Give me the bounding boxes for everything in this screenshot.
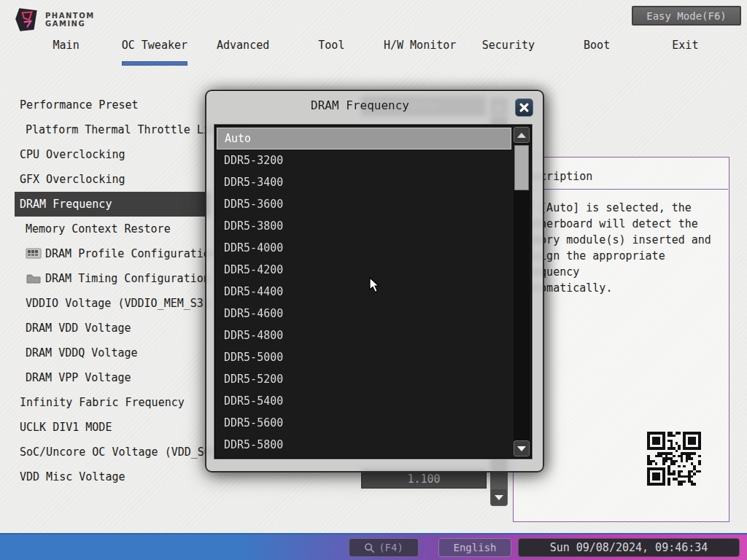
- dropdown-option-ddr5-4200[interactable]: DDR5-4200: [217, 259, 511, 281]
- description-title: Description: [514, 158, 729, 189]
- language-button[interactable]: English: [438, 538, 511, 557]
- tab-exit[interactable]: Exit: [641, 35, 729, 67]
- tab-boot[interactable]: Boot: [553, 35, 641, 67]
- dropdown-option-ddr5-3800[interactable]: DDR5-3800: [217, 215, 511, 237]
- dropdown-option-ddr5-3400[interactable]: DDR5-3400: [217, 171, 511, 193]
- dropdown-option-ddr5-3200[interactable]: DDR5-3200: [217, 149, 511, 171]
- dialog-titlebar: DRAM Frequency: [208, 93, 541, 119]
- tab-h-w-monitor[interactable]: H/W Monitor: [376, 35, 464, 67]
- sidebar-item-label: SoC/Uncore OC Voltage (VDD_SOC): [20, 440, 224, 464]
- footer-bar: (F4) English Sun 09/08/2024, 09:46:34: [0, 533, 747, 560]
- sidebar-item-dram-vpp-voltage[interactable]: DRAM VPP Voltage: [15, 365, 210, 390]
- search-button[interactable]: (F4): [349, 538, 419, 557]
- sidebar-item-label: CPU Overclocking: [20, 142, 125, 167]
- description-line: automatically.: [520, 280, 729, 296]
- sidebar-item-label: DRAM Profile Configuration: [45, 241, 217, 266]
- sidebar-item-label: DRAM Timing Configuration: [45, 266, 210, 291]
- description-line: If [Auto] is selected, the: [520, 200, 729, 216]
- sidebar-item-label: DRAM Frequency: [20, 192, 112, 217]
- dimm-icon: [26, 247, 42, 260]
- sidebar-item-dram-timing-configuration[interactable]: DRAM Timing Configuration: [15, 266, 210, 291]
- dropdown-option-ddr5-4800[interactable]: DDR5-4800: [217, 324, 511, 346]
- dropdown-option-ddr5-5600[interactable]: DDR5-5600: [217, 412, 511, 434]
- description-line: memory module(s) inserted and: [520, 232, 729, 248]
- phantom-gaming-icon: [13, 6, 41, 34]
- logo-line2: GAMING: [45, 20, 95, 28]
- sidebar-item-label: VDDIO Voltage (VDDIO_MEM_S3): [26, 291, 210, 316]
- description-panel: Description If [Auto] is selected, themo…: [513, 157, 729, 522]
- options-container: AutoDDR5-3200DDR5-3400DDR5-3600DDR5-3800…: [217, 128, 511, 456]
- dropdown-option-ddr5-5000[interactable]: DDR5-5000: [217, 346, 511, 368]
- tab-tool[interactable]: Tool: [287, 35, 376, 67]
- folder-icon: [26, 272, 42, 285]
- sidebar-item-label: Performance Preset: [20, 93, 139, 117]
- dropdown-option-ddr5-4600[interactable]: DDR5-4600: [217, 303, 511, 324]
- page-scroll-down-button[interactable]: [491, 489, 507, 505]
- datetime-display[interactable]: Sun 09/08/2024, 09:46:34: [518, 538, 740, 557]
- up-arrow-icon: [517, 133, 526, 138]
- dropdown-option-ddr5-5400[interactable]: DDR5-5400: [217, 390, 511, 412]
- sidebar-item-vdd-misc-voltage[interactable]: VDD Misc Voltage: [15, 464, 210, 489]
- scroll-down-button[interactable]: [514, 440, 530, 456]
- description-line: motherboard will detect the: [520, 216, 729, 232]
- qr-code: [647, 432, 701, 486]
- tab-oc-tweaker[interactable]: OC Tweaker: [110, 35, 198, 67]
- dropdown-option-auto[interactable]: Auto: [217, 128, 511, 149]
- down-arrow-icon: [495, 495, 503, 500]
- sidebar-item-memory-context-restore[interactable]: Memory Context Restore: [15, 217, 210, 241]
- options-list: AutoDDR5-3200DDR5-3400DDR5-3600DDR5-3800…: [214, 124, 533, 459]
- tab-main[interactable]: Main: [22, 35, 110, 67]
- search-icon: [364, 542, 375, 553]
- dialog-scrollbar[interactable]: [514, 127, 530, 456]
- bios-screen: PHANTOM GAMING Easy Mode(F6) MainOC Twea…: [0, 0, 747, 560]
- sidebar-item-label: Infinity Fabric Frequency: [20, 390, 185, 415]
- sidebar-item-uclk-div1-mode[interactable]: UCLK DIV1 MODE: [15, 415, 210, 440]
- description-text: If [Auto] is selected, themotherboard wi…: [514, 190, 729, 296]
- sidebar-item-dram-profile-configuration[interactable]: DRAM Profile Configuration: [15, 241, 210, 266]
- sidebar-item-label: VDD Misc Voltage: [20, 464, 125, 489]
- dropdown-option-ddr5-5200[interactable]: DDR5-5200: [217, 368, 511, 390]
- easy-mode-button[interactable]: Easy Mode(F6): [632, 6, 741, 26]
- search-shortcut-label: (F4): [379, 542, 403, 553]
- dropdown-option-ddr5-3600[interactable]: DDR5-3600: [217, 193, 511, 215]
- close-button[interactable]: [515, 98, 533, 117]
- sidebar-item-label: GFX Overclocking: [20, 167, 125, 192]
- close-icon: [519, 103, 529, 112]
- scroll-up-button[interactable]: [514, 127, 530, 143]
- dropdown-option-ddr5-5800[interactable]: DDR5-5800: [217, 434, 511, 456]
- sidebar-item-label: DRAM VPP Voltage: [26, 365, 131, 390]
- sidebar-item-label: DRAM VDDQ Voltage: [26, 341, 138, 365]
- nav-tabs: MainOC TweakerAdvancedToolH/W MonitorSec…: [22, 35, 729, 67]
- tab-advanced[interactable]: Advanced: [199, 35, 287, 67]
- tab-security[interactable]: Security: [464, 35, 552, 67]
- dropdown-option-ddr5-4400[interactable]: DDR5-4400: [217, 281, 511, 303]
- sidebar-item-soc-uncore-oc-voltage-vdd-soc[interactable]: SoC/Uncore OC Voltage (VDD_SOC): [15, 440, 210, 464]
- sidebar-item-label: UCLK DIV1 MODE: [20, 415, 112, 440]
- sidebar-item-infinity-fabric-frequency[interactable]: Infinity Fabric Frequency: [15, 390, 210, 415]
- sidebar-item-dram-vdd-voltage[interactable]: DRAM VDD Voltage: [15, 316, 210, 341]
- scrollbar-thumb[interactable]: [514, 145, 529, 190]
- sidebar-item-gfx-overclocking[interactable]: GFX Overclocking: [15, 167, 210, 192]
- sidebar-item-dram-frequency[interactable]: DRAM Frequency: [15, 192, 210, 217]
- sidebar-item-performance-preset[interactable]: Performance Preset: [15, 93, 210, 117]
- phantom-gaming-logo: PHANTOM GAMING: [13, 6, 95, 34]
- sidebar-item-label: DRAM VDD Voltage: [26, 316, 131, 341]
- dialog-title: DRAM Frequency: [208, 93, 512, 119]
- sidebar-item-vddio-voltage-vddio-mem-s3[interactable]: VDDIO Voltage (VDDIO_MEM_S3): [15, 291, 210, 316]
- sidebar: Performance PresetPlatform Thermal Throt…: [15, 93, 210, 489]
- description-line: assign the appropriate frequency: [520, 248, 729, 280]
- sidebar-item-dram-vddq-voltage[interactable]: DRAM VDDQ Voltage: [15, 341, 210, 365]
- logo-line1: PHANTOM: [45, 12, 95, 20]
- dram-frequency-dialog: DRAM Frequency AutoDDR5-3200DDR5-3400DDR…: [205, 90, 544, 472]
- sidebar-item-label: Memory Context Restore: [26, 217, 171, 241]
- sidebar-item-platform-thermal-throttle-limit-c[interactable]: Platform Thermal Throttle Limit(C): [15, 117, 210, 142]
- sidebar-item-cpu-overclocking[interactable]: CPU Overclocking: [15, 142, 210, 167]
- dropdown-option-ddr5-4000[interactable]: DDR5-4000: [217, 237, 511, 259]
- down-arrow-icon: [517, 446, 526, 451]
